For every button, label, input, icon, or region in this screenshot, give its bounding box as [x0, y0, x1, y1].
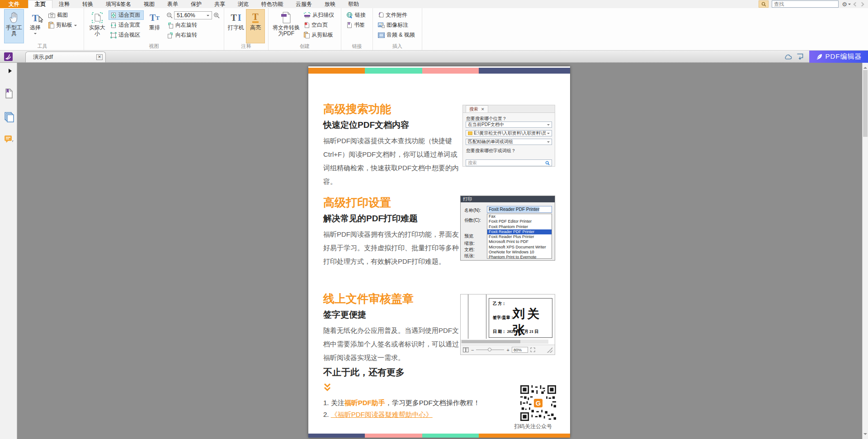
close-tab-icon[interactable]: ✕: [96, 54, 103, 60]
print-dialog-title: 打印: [461, 196, 555, 202]
menu-tab-fill-sign[interactable]: 填写&签名: [99, 0, 137, 8]
vertical-scrollbar[interactable]: [862, 63, 868, 439]
from-clipboard-label: 从剪贴板: [311, 31, 333, 39]
bookmarks-panel-icon[interactable]: [4, 88, 13, 101]
find-highlight-button[interactable]: [759, 0, 769, 8]
save-share-icon[interactable]: [794, 52, 806, 61]
section2-title: 高级打印设置: [323, 195, 391, 210]
zoom-in-icon[interactable]: [213, 12, 220, 19]
scroll-down-icon[interactable]: [863, 433, 867, 437]
find-input[interactable]: [772, 1, 840, 7]
menu-bar: 文件 主页 注释 转换 填写&签名 视图 表单 保护 共享 浏览 特色功能 云服…: [0, 0, 868, 8]
menu-tab-help[interactable]: 帮助: [342, 0, 365, 8]
foxit-logo: [4, 52, 13, 63]
blank-page-button[interactable]: ✱ 空白页: [302, 20, 338, 30]
menu-tab-file[interactable]: 文件: [0, 0, 28, 8]
typewriter-button[interactable]: TI 打字机: [227, 9, 245, 43]
zoom-out-icon[interactable]: [166, 12, 173, 19]
chevron-down-icon: [547, 124, 550, 127]
chevron-down-icon: [34, 33, 37, 36]
section3-subtitle: 签字更便捷: [323, 309, 366, 321]
fit-visible-button[interactable]: 适合视区: [108, 30, 144, 40]
fit-width-button[interactable]: 适合宽度: [108, 20, 144, 30]
search-panel-tab-label: 搜索: [469, 106, 478, 112]
search-icon: [545, 161, 550, 165]
hand-tool-button[interactable]: 手型工具: [4, 9, 24, 43]
find-previous-icon[interactable]: [854, 2, 858, 6]
from-clipboard-button[interactable]: 从剪贴板: [302, 30, 338, 40]
search-path-dropdown: E:\黄宗松文件\入职资料\入职资料\员工: [466, 130, 552, 136]
typewriter-icon: TI: [231, 11, 241, 24]
expand-panel-icon[interactable]: [9, 69, 14, 73]
signature-illustration: 乙 方： 签字/盖章： 刘关张 日 期： 2021 年 6 月 21 日 − +…: [460, 294, 555, 355]
select-tool-button[interactable]: T 选择: [25, 9, 45, 43]
blank-page-icon: ✱: [304, 22, 310, 28]
group-label-create: 创建: [272, 43, 338, 50]
reflow-button[interactable]: TT 重排: [145, 9, 164, 43]
help-center-link[interactable]: 《福昕PDF阅读器疑难帮助中心》: [331, 411, 433, 418]
image-annotation-icon: [378, 22, 385, 28]
menu-tab-browse[interactable]: 浏览: [231, 0, 255, 8]
rotate-left-button[interactable]: 向左旋转: [165, 20, 221, 30]
pdf-page: 高级搜索功能 快速定位PDF文档内容 福昕PDF阅读器提供文本查找功能（快捷键C…: [308, 66, 570, 438]
group-label-tools: 工具: [4, 43, 80, 50]
actual-size-button[interactable]: 实际大小: [87, 9, 107, 43]
pages-panel-icon[interactable]: [4, 112, 14, 124]
printer-item: Fax: [487, 214, 552, 219]
left-navigation-rail: [0, 63, 17, 439]
link-button[interactable]: 链接: [344, 10, 369, 20]
menu-tab-features[interactable]: 特色功能: [255, 0, 289, 8]
section2-subtitle: 解决常见的PDF打印难题: [323, 213, 418, 224]
menu-tab-view[interactable]: 视图: [137, 0, 161, 8]
hand-icon: [8, 11, 20, 24]
section2-body: 福昕PDF阅读器拥有强大的打印功能，界面友好易于学习。支持虚拟打印、批量打印等多…: [323, 228, 462, 268]
zoom-level-combobox[interactable]: 51.60%: [174, 11, 212, 19]
reflow-label: 重排: [149, 25, 160, 31]
ribbon-group-link: 链接 书签 链接: [341, 8, 373, 50]
find-settings-button[interactable]: ⚙: [842, 1, 851, 8]
rotate-right-button[interactable]: 向右旋转: [165, 30, 221, 40]
scroll-up-icon[interactable]: [863, 65, 867, 69]
menu-tab-form[interactable]: 表单: [161, 0, 184, 8]
cloud-icon[interactable]: [782, 52, 794, 61]
bookmark-button[interactable]: 书签: [344, 20, 369, 30]
date-row: 日 期： 2021 年 6 月 21 日: [493, 329, 538, 335]
party-label: 乙 方：: [493, 301, 506, 307]
h-scrollbar-illustration: [461, 340, 548, 344]
menu-tab-convert[interactable]: 转换: [76, 0, 99, 8]
pdf-editor-button[interactable]: PDF编辑器: [809, 51, 868, 63]
highlight-button[interactable]: T 高亮: [246, 9, 265, 43]
menu-tab-comment[interactable]: 注释: [52, 0, 76, 8]
image-annotation-button[interactable]: 图像标注: [376, 20, 419, 30]
ribbon-group-create: 将文件转换为PDF 从扫描仪 ✱ 空白页 从剪贴板 创建: [269, 8, 341, 50]
document-tab[interactable]: 演示.pdf ✕: [25, 51, 106, 62]
chevron-down-icon: [207, 15, 209, 18]
menu-tab-slideshow[interactable]: 放映: [318, 0, 342, 8]
film-icon: [378, 33, 385, 38]
document-tab-title: 演示.pdf: [33, 53, 96, 61]
audio-video-button[interactable]: 音频 & 视频: [376, 30, 419, 40]
printer-item: Foxit PDF Editor Printer: [487, 219, 552, 224]
select-tool-label: 选择: [30, 25, 41, 31]
link-label: 链接: [355, 11, 366, 19]
menu-tab-home[interactable]: 主页: [28, 0, 52, 8]
more-item-1: 1. 关注福昕PDF助手，学习更多PDF文档操作教程！: [323, 399, 480, 407]
printer-item-selected: Foxit Reader PDF Printer: [487, 229, 552, 234]
file-attachment-button[interactable]: 文件附件: [376, 10, 419, 20]
comments-panel-icon[interactable]: [4, 134, 15, 147]
document-viewport[interactable]: 高级搜索功能 快速定位PDF文档内容 福昕PDF阅读器提供文本查找功能（快捷键C…: [17, 63, 862, 439]
snapshot-button[interactable]: 截图: [47, 10, 80, 20]
printer-item: Foxit Phantom Printer: [487, 224, 552, 229]
menu-tab-cloud[interactable]: 云服务: [289, 0, 318, 8]
menu-tab-share[interactable]: 共享: [208, 0, 231, 8]
print-dialog-illustration: 打印 名称(N): Foxit Reader PDF Printer 份数(C)…: [460, 196, 555, 261]
double-chevron-down-icon: [323, 383, 331, 394]
find-next-icon[interactable]: [860, 2, 864, 6]
clipboard-button[interactable]: 剪贴板: [47, 20, 80, 30]
scrollbar-thumb[interactable]: [863, 70, 868, 137]
menu-tab-protect[interactable]: 保护: [184, 0, 208, 8]
fit-page-button[interactable]: 适合页面: [108, 10, 144, 20]
from-scanner-button[interactable]: 从扫描仪: [302, 10, 338, 20]
pdf-editor-label: PDF编辑器: [826, 52, 862, 61]
convert-to-pdf-button[interactable]: 将文件转换为PDF: [272, 9, 301, 43]
